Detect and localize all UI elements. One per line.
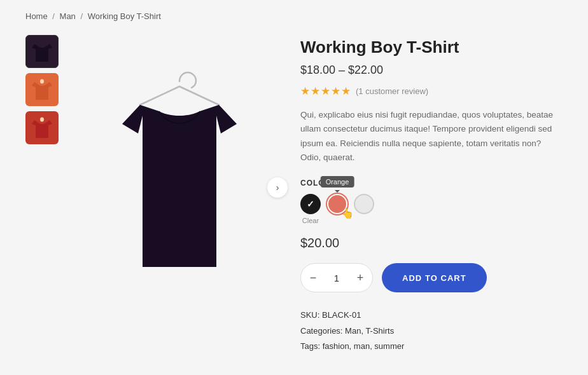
next-image-button[interactable]: › [267, 177, 288, 198]
product-layout: › Working Boy T-Shirt $18.00 – $22.00 ★ … [25, 35, 563, 355]
check-icon: ✓ [307, 199, 314, 209]
product-info: Working Boy T-Shirt $18.00 – $22.00 ★ ★ … [300, 35, 563, 355]
page-wrapper: Home / Man / Working Boy T-Shirt [0, 0, 588, 375]
selected-price: $20.00 [300, 236, 563, 250]
svg-point-1 [40, 118, 44, 122]
breadcrumb: Home / Man / Working Boy T-Shirt [25, 11, 563, 21]
star-1: ★ [300, 85, 310, 98]
color-swatch-black[interactable]: ✓ [300, 194, 321, 214]
star-3: ★ [321, 85, 330, 98]
product-title: Working Boy T-Shirt [300, 38, 563, 57]
quantity-increase-button[interactable]: + [348, 263, 372, 292]
tags-value[interactable]: fashion, man, summer [323, 341, 405, 351]
thumbnail-2[interactable] [25, 73, 59, 106]
product-meta: SKU: BLACK-01 Categories: Man, T-Shirts … [300, 308, 563, 355]
swatch-wrap-white [354, 194, 374, 214]
swatch-wrap-orange: Orange 👆 [327, 194, 347, 214]
swatch-wrap-black: ✓ Clear [300, 194, 321, 224]
breadcrumb-current: Working Boy T-Shirt [88, 11, 161, 21]
thumbnail-list [25, 35, 59, 144]
sku-value: BLACK-01 [322, 310, 361, 320]
orange-tooltip: Orange [321, 176, 354, 188]
reviews-row: ★ ★ ★ ★ ★ (1 customer review) [300, 85, 563, 98]
chevron-right-icon: › [276, 182, 279, 193]
quantity-cart-row: − + ADD TO CART [300, 263, 563, 292]
star-2: ★ [311, 85, 320, 98]
categories-row: Categories: Man, T-Shirts [300, 324, 563, 339]
tags-label: Tags: [300, 341, 320, 351]
quantity-decrease-button[interactable]: − [301, 263, 325, 292]
main-image-area: › [78, 35, 281, 340]
breadcrumb-sep-1: / [52, 11, 57, 21]
color-swatch-white[interactable] [354, 194, 374, 214]
swatch-black-label: Clear [302, 217, 319, 224]
review-count[interactable]: (1 customer review) [356, 86, 428, 96]
product-description: Qui, explicabo eius nisi fugit repudiand… [300, 108, 563, 165]
add-to-cart-button[interactable]: ADD TO CART [382, 263, 487, 292]
quantity-input[interactable] [325, 273, 348, 283]
color-swatch-orange[interactable] [327, 194, 347, 214]
color-section: COLOR ✓ Clear [300, 179, 563, 224]
svg-point-0 [40, 79, 44, 84]
breadcrumb-home[interactable]: Home [25, 11, 48, 21]
star-5: ★ [341, 85, 351, 98]
sku-row: SKU: BLACK-01 [300, 308, 563, 324]
sku-label: SKU: [300, 310, 319, 320]
price-range: $18.00 – $22.00 [300, 64, 563, 77]
product-main-image [97, 64, 262, 311]
categories-value[interactable]: Man, T-Shirts [345, 326, 394, 336]
breadcrumb-sep-2: / [80, 11, 85, 21]
tags-row: Tags: fashion, man, summer [300, 339, 563, 355]
star-rating[interactable]: ★ ★ ★ ★ ★ [300, 85, 351, 98]
thumbnail-3[interactable] [25, 111, 59, 144]
star-4: ★ [331, 85, 340, 98]
thumbnail-1[interactable] [25, 35, 59, 68]
tooltip-arrow [335, 190, 340, 193]
color-swatches: ✓ Clear Orange [300, 194, 563, 224]
categories-label: Categories: [300, 326, 342, 336]
quantity-control: − + [300, 263, 373, 292]
breadcrumb-man[interactable]: Man [60, 11, 76, 21]
